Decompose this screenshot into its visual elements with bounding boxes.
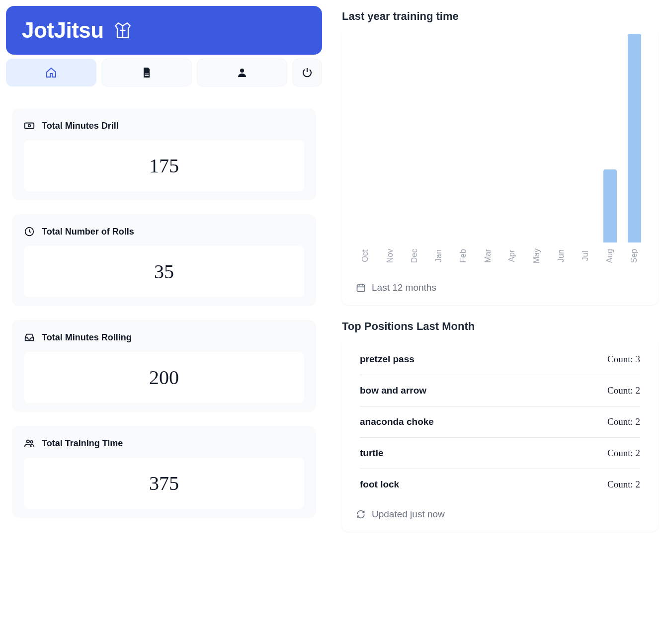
stat-value-box: 375 — [24, 458, 304, 509]
bar-slot — [576, 34, 595, 242]
position-count: Count: 2 — [607, 479, 640, 490]
bar-slot — [625, 34, 644, 242]
position-count: Count: 2 — [607, 416, 640, 427]
refresh-icon — [356, 509, 366, 519]
svg-point-4 — [28, 125, 31, 127]
home-icon — [45, 67, 57, 79]
inbox-icon — [24, 332, 35, 343]
position-row: pretzel passCount: 3 — [360, 344, 640, 375]
stat-card-rolls: Total Number of Rolls 35 — [12, 214, 316, 306]
positions-footer-label: Updated just now — [372, 509, 445, 520]
x-axis-label: Nov — [386, 249, 395, 263]
stat-card-minutes-drill: Total Minutes Drill 175 — [12, 108, 316, 200]
stat-card-training-time: Total Training Time 375 — [12, 426, 316, 518]
stat-label: Total Number of Rolls — [42, 227, 134, 237]
bar — [628, 34, 641, 242]
positions-footer: Updated just now — [342, 500, 658, 520]
clock-icon — [24, 226, 35, 237]
position-name: pretzel pass — [360, 354, 415, 365]
stat-value: 200 — [149, 366, 179, 389]
x-axis-label: Feb — [459, 249, 468, 263]
position-name: turtle — [360, 448, 384, 459]
document-icon — [141, 67, 153, 79]
nav-tabs — [6, 59, 322, 86]
positions-title: Top Positions Last Month — [342, 320, 658, 333]
position-row: foot lockCount: 2 — [360, 469, 640, 500]
stat-value: 175 — [149, 155, 179, 177]
chart-footer-label: Last 12 months — [372, 282, 436, 293]
stat-value-box: 175 — [24, 140, 304, 191]
bar-slot — [405, 34, 424, 242]
cash-icon — [24, 120, 35, 131]
user-icon — [236, 67, 248, 79]
top-positions-panel: pretzel passCount: 3bow and arrowCount: … — [342, 339, 658, 532]
svg-rect-8 — [357, 285, 365, 291]
position-row: turtleCount: 2 — [360, 438, 640, 469]
stat-label: Total Minutes Rolling — [42, 332, 132, 343]
position-name: bow and arrow — [360, 385, 426, 396]
x-axis-label: Jan — [434, 249, 443, 262]
stats-list: Total Minutes Drill 175 Total Number of … — [6, 106, 322, 520]
nav-power[interactable] — [292, 59, 322, 86]
gi-icon — [112, 19, 134, 41]
bar-slot — [429, 34, 449, 242]
position-name: foot lock — [360, 479, 399, 490]
x-axis-label: Dec — [410, 249, 419, 263]
stat-label: Total Training Time — [42, 438, 123, 449]
app-header: JotJitsu — [6, 6, 322, 55]
position-count: Count: 2 — [607, 448, 640, 459]
stat-card-minutes-rolling: Total Minutes Rolling 200 — [12, 320, 316, 412]
bar-slot — [380, 34, 400, 242]
position-name: anaconda choke — [360, 416, 434, 427]
x-axis-label: Sep — [630, 249, 639, 263]
stat-value-box: 200 — [24, 352, 304, 403]
nav-home[interactable] — [6, 59, 96, 86]
x-axis-label: Jul — [581, 251, 590, 261]
svg-rect-0 — [145, 74, 149, 75]
svg-point-7 — [30, 441, 33, 443]
power-icon — [301, 67, 313, 79]
stat-value-box: 35 — [24, 246, 304, 297]
stat-value: 35 — [154, 260, 174, 283]
bar-slot — [502, 34, 522, 242]
x-axis-label: Mar — [483, 249, 492, 263]
position-count: Count: 3 — [607, 354, 640, 365]
svg-point-6 — [27, 440, 30, 443]
bar-slot — [600, 34, 620, 242]
position-count: Count: 2 — [607, 385, 640, 396]
calendar-icon — [356, 283, 366, 293]
chart-title: Last year training time — [342, 10, 658, 23]
nav-profile[interactable] — [197, 59, 287, 86]
bar-slot — [478, 34, 498, 242]
svg-point-2 — [240, 69, 244, 73]
position-row: anaconda chokeCount: 2 — [360, 406, 640, 438]
x-axis-label: Oct — [361, 250, 370, 262]
position-row: bow and arrowCount: 2 — [360, 375, 640, 406]
stat-value: 375 — [149, 472, 179, 494]
bar-slot — [356, 34, 375, 242]
users-icon — [24, 438, 35, 449]
chart-footer: Last 12 months — [342, 267, 658, 295]
bar-slot — [527, 34, 546, 242]
bar-slot — [454, 34, 473, 242]
app-title: JotJitsu — [22, 18, 104, 43]
svg-rect-3 — [25, 123, 34, 129]
chart-area: OctNovDecJanFebMarAprMayJunJulAugSep — [342, 29, 658, 267]
x-axis-label: Jun — [557, 249, 566, 262]
nav-notes[interactable] — [101, 59, 192, 86]
svg-rect-1 — [145, 75, 149, 76]
x-axis-label: May — [532, 248, 541, 263]
x-axis-label: Aug — [605, 249, 614, 263]
x-axis-label: Apr — [508, 250, 517, 262]
bar-slot — [551, 34, 571, 242]
training-time-chart: OctNovDecJanFebMarAprMayJunJulAugSep Las… — [342, 29, 658, 305]
stat-label: Total Minutes Drill — [42, 121, 119, 131]
bar — [603, 169, 617, 242]
